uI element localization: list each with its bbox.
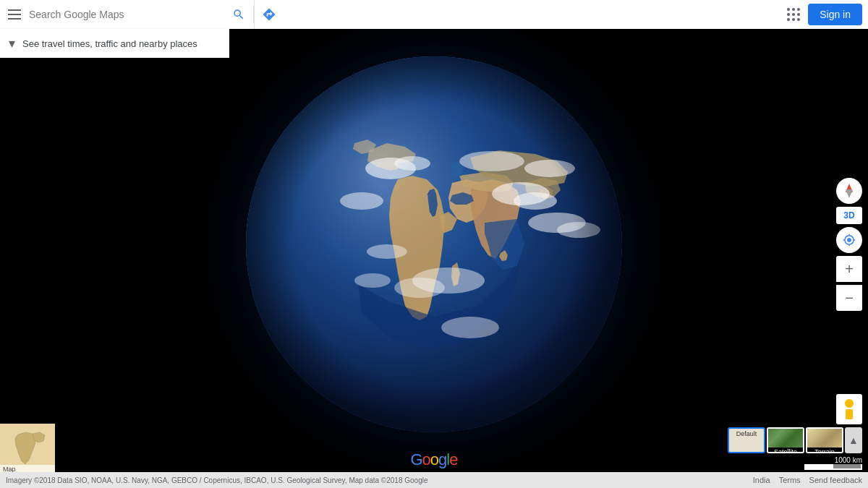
bottom-right-panel: Default Satellite Terrain ▲ 1000 km [728, 394, 862, 470]
footer-bar: Imagery ©2018 Data SIO, NOAA, U.S. Navy,… [0, 472, 868, 488]
pegman-button[interactable] [836, 394, 862, 424]
geolocation-button[interactable] [836, 227, 862, 253]
scale-indicator: 1000 km [804, 456, 862, 470]
search-input[interactable] [29, 9, 224, 20]
scale-line [804, 464, 862, 470]
search-button[interactable] [224, 0, 253, 29]
compass-icon [842, 184, 856, 198]
mini-map[interactable]: Map [0, 424, 55, 472]
map-type-terrain-button[interactable]: Terrain [806, 427, 843, 453]
search-box [29, 9, 224, 20]
pegman-body-icon [846, 409, 853, 419]
map-type-satellite-button[interactable]: Satellite [767, 427, 804, 453]
footer-right: India Terms Send feedback [753, 476, 862, 484]
map-type-controls: Default Satellite Terrain [728, 427, 843, 453]
explore-bar: ▾ See travel times, traffic and nearby p… [0, 29, 229, 58]
zoom-out-button[interactable]: − [836, 285, 862, 311]
google-logo: Google [410, 450, 457, 469]
svg-text:Map: Map [3, 466, 16, 472]
terms-link[interactable]: Terms [779, 476, 801, 484]
country-label: India [753, 476, 770, 484]
three-d-button[interactable]: 3D [836, 207, 862, 224]
sign-in-button[interactable]: Sign in [808, 4, 862, 25]
hamburger-icon [8, 9, 21, 20]
earth-globe [246, 56, 622, 432]
header: Sign in [0, 0, 868, 29]
pegman-head-icon [845, 399, 854, 408]
apps-button[interactable] [779, 0, 808, 29]
feedback-link[interactable]: Send feedback [809, 476, 862, 484]
menu-button[interactable] [0, 0, 29, 29]
layers-expand-button[interactable]: ▲ [845, 427, 862, 453]
directions-button[interactable] [254, 0, 283, 29]
compass-button[interactable] [836, 178, 862, 204]
right-controls-panel: 3D + − [836, 178, 862, 311]
apps-grid-icon [787, 8, 800, 21]
explore-text: See travel times, traffic and nearby pla… [22, 38, 197, 49]
zoom-in-button[interactable]: + [836, 256, 862, 282]
chevron-down-icon[interactable]: ▾ [9, 35, 15, 51]
scale-text: 1000 km [835, 456, 862, 464]
svg-point-17 [246, 56, 622, 432]
map-type-default-button[interactable]: Default [728, 427, 765, 453]
imagery-attribution: Imagery ©2018 Data SIO, NOAA, U.S. Navy,… [6, 476, 753, 484]
